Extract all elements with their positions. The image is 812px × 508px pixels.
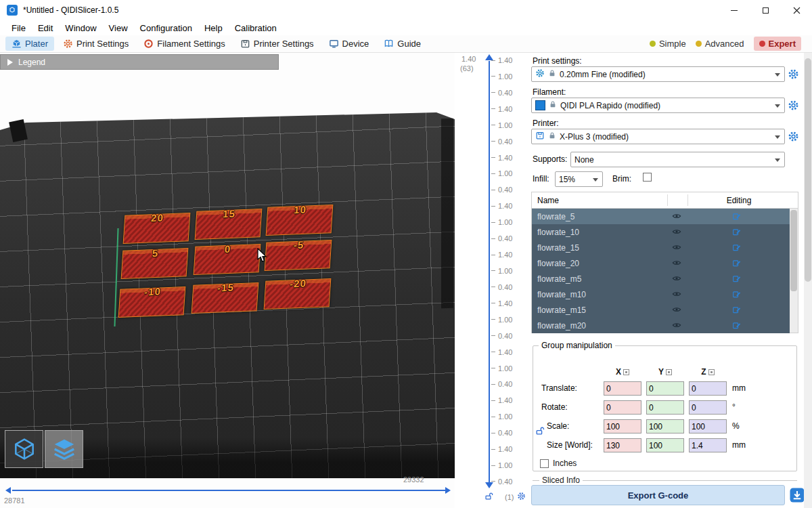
object-row[interactable]: flowrate_m10 (532, 287, 790, 302)
print-settings-gear-button[interactable] (788, 68, 799, 82)
sidebar-scrollbar[interactable] (804, 53, 812, 508)
inches-checkbox[interactable] (540, 459, 549, 468)
object-row[interactable]: flowrate_20 (532, 255, 790, 271)
legend-bar[interactable]: Legend (0, 54, 279, 70)
edit-icon[interactable] (732, 321, 741, 332)
model-patch-10[interactable]: 10 (266, 205, 334, 236)
scrollbar-thumb[interactable] (805, 58, 811, 282)
cube-3d-icon (12, 436, 37, 462)
edit-icon[interactable] (732, 274, 741, 285)
layers-icon (51, 436, 77, 462)
object-list-scrollbar[interactable] (790, 209, 798, 333)
infill-combo[interactable]: 15% (555, 171, 603, 187)
name-column-header[interactable]: Name (537, 196, 559, 205)
maximize-button[interactable] (750, 0, 781, 20)
model-patch-5[interactable]: 5 (121, 248, 189, 279)
menu-edit[interactable]: Edit (32, 22, 59, 35)
layer-slider-gear-icon[interactable] (517, 492, 526, 503)
object-row[interactable]: flowrate_m5 (532, 271, 790, 287)
export-gcode-button[interactable]: Export G-code (531, 485, 785, 505)
object-row[interactable]: flowrate_15 (532, 240, 790, 255)
rotate-y-input[interactable] (646, 400, 684, 415)
close-button[interactable] (781, 0, 812, 20)
brim-checkbox[interactable] (643, 173, 652, 182)
eye-icon[interactable] (672, 258, 681, 270)
printer-gear-button[interactable] (788, 131, 799, 144)
model-patch-m15[interactable]: -15 (191, 282, 259, 314)
scale-z-input[interactable] (689, 419, 727, 433)
model-patch-15[interactable]: 15 (195, 209, 263, 240)
tab-device[interactable]: Device (323, 37, 376, 51)
rotate-z-input[interactable] (689, 400, 727, 415)
filament-gear-button[interactable] (788, 100, 799, 113)
menu-view[interactable]: View (103, 22, 134, 35)
mode-simple[interactable]: Simple (650, 39, 686, 49)
edit-icon[interactable] (732, 212, 741, 223)
move-slider[interactable] (12, 490, 445, 491)
mode-expert[interactable]: Expert (754, 37, 801, 51)
tab-print-settings[interactable]: Print Settings (57, 37, 135, 51)
layer-slider[interactable] (489, 61, 490, 482)
model-patch-m20[interactable]: -20 (264, 278, 332, 310)
translate-x-input[interactable] (604, 381, 641, 396)
edit-icon[interactable] (732, 228, 741, 238)
object-name: flowrate_m20 (537, 321, 586, 331)
uniform-scale-lock-icon[interactable] (535, 426, 545, 438)
edit-icon[interactable] (732, 290, 741, 301)
export-options-icon[interactable] (789, 487, 805, 505)
size-y-input[interactable] (646, 438, 684, 452)
scale-label: Scale: (547, 421, 569, 431)
edit-icon[interactable] (732, 243, 741, 254)
eye-icon[interactable] (672, 305, 681, 316)
supports-value: None (574, 155, 594, 165)
editing-column-header[interactable]: Editing (687, 196, 790, 205)
model-patch-0[interactable]: 0 (194, 244, 261, 275)
edit-icon[interactable] (732, 305, 741, 316)
model-patch-m10[interactable]: -10 (118, 287, 186, 318)
model-patch-m5[interactable]: -5 (265, 240, 332, 271)
scrollbar-thumb[interactable] (790, 210, 797, 291)
size-x-input[interactable] (604, 438, 641, 452)
app-icon (7, 5, 18, 16)
eye-icon[interactable] (672, 274, 681, 285)
tab-printer-settings[interactable]: Printer Settings (234, 37, 320, 51)
eye-icon[interactable] (672, 289, 681, 301)
menu-calibration[interactable]: Calibration (229, 22, 283, 35)
size-z-input[interactable] (689, 438, 727, 452)
object-row[interactable]: flowrate_5 (532, 209, 790, 224)
object-row[interactable]: flowrate_m15 (532, 302, 790, 318)
move-slider-right-arrow[interactable] (445, 487, 451, 494)
menu-configuration[interactable]: Configuration (134, 22, 198, 35)
tab-plater[interactable]: Plater (5, 37, 54, 51)
minimize-button[interactable] (719, 0, 750, 20)
menu-window[interactable]: Window (59, 22, 102, 35)
eye-icon[interactable] (672, 211, 681, 223)
eye-icon[interactable] (672, 227, 681, 238)
view-layers-button[interactable] (45, 430, 83, 468)
object-name: flowrate_10 (537, 228, 579, 237)
menu-help[interactable]: Help (198, 22, 229, 35)
translate-z-input[interactable] (689, 381, 727, 396)
edit-icon[interactable] (732, 259, 741, 270)
tab-filament-settings[interactable]: Filament Settings (137, 37, 231, 51)
scale-y-input[interactable] (646, 419, 684, 433)
print-settings-combo[interactable]: 0.20mm Fine (modified) (531, 66, 785, 82)
layer-slider-lock-icon[interactable] (484, 492, 493, 503)
view-3d-button[interactable] (5, 430, 43, 468)
mode-advanced[interactable]: Advanced (696, 39, 744, 49)
object-row[interactable]: flowrate_m20 (532, 318, 790, 333)
eye-icon[interactable] (672, 242, 681, 254)
translate-y-input[interactable] (646, 381, 684, 396)
move-slider-left-arrow[interactable] (5, 487, 11, 494)
object-row[interactable]: flowrate_10 (532, 224, 790, 240)
model-patch-20[interactable]: 20 (123, 213, 191, 244)
printer-combo[interactable]: X-Plus 3 (modified) (531, 129, 785, 144)
eye-icon[interactable] (672, 320, 681, 332)
supports-combo[interactable]: None (570, 152, 785, 167)
viewport-3d[interactable]: 20 15 10 5 0 -5 -10 -15 -20 Legend 29332… (0, 53, 455, 508)
tab-guide[interactable]: Guide (378, 37, 427, 51)
menu-file[interactable]: File (5, 22, 32, 35)
scale-x-input[interactable] (604, 419, 641, 433)
rotate-x-input[interactable] (604, 400, 641, 415)
filament-combo[interactable]: QIDI PLA Rapido (modified) (531, 98, 785, 113)
